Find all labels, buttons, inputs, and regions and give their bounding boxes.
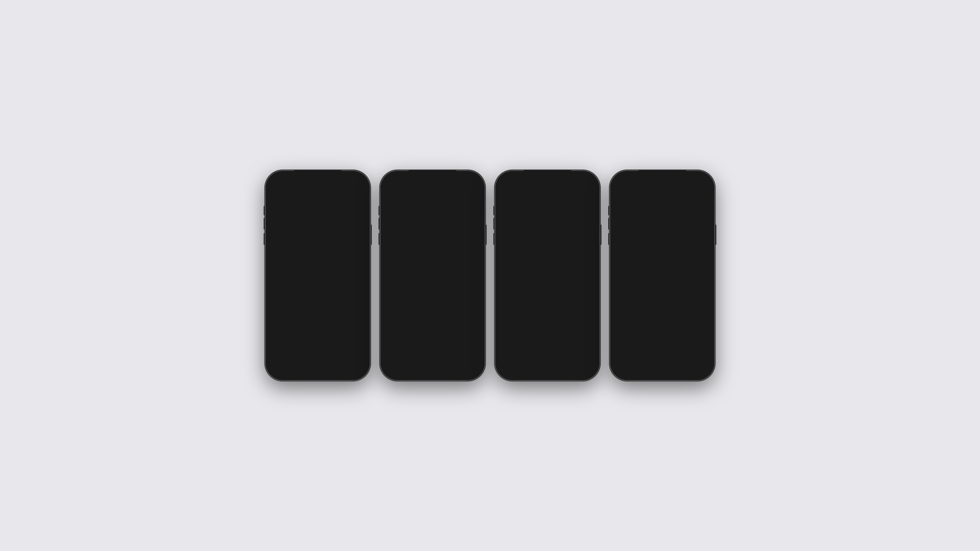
map-label-3f: E Lower Wacker Dr: [495, 238, 519, 241]
map-label-3c: ⊕ Apple Michigan Avenue: [522, 267, 553, 270]
bottom-nav-3: 🔍 Explore 🚗 Driving 🚇 Transit: [495, 354, 600, 381]
food-card-best[interactable]: Best lunches Howells & Hood, Yolk Street…: [384, 274, 431, 316]
alert-icon-1: !: [273, 189, 281, 197]
status-time-4: 1:29: [619, 178, 628, 183]
nav-icon-1[interactable]: [355, 190, 362, 197]
nav-explore-3[interactable]: 🔍 Explore: [502, 360, 523, 372]
location-btn-4[interactable]: ◎: [698, 277, 711, 289]
transit-icon-3: 🚇: [579, 360, 586, 367]
search-input-4[interactable]: Search here: [628, 191, 689, 196]
layer-btn-3[interactable]: ⧉: [584, 203, 596, 216]
add-work-row[interactable]: 💼 Add work +: [609, 324, 715, 345]
quick-link-atms[interactable]: 💳 ATMs: [424, 345, 450, 354]
category-dinner[interactable]: 🍽️ Dinner: [438, 322, 453, 342]
nav-driving-4[interactable]: 🚗 Driving: [652, 360, 673, 372]
status-bar-4: 1:29 ●●● WiFi ▰▰▰: [609, 170, 715, 185]
alert-icon-4: !: [618, 189, 625, 197]
mic-icon-2[interactable]: 🎤: [461, 190, 468, 197]
dinner-icon: 🍽️: [441, 325, 450, 333]
add-home-plus[interactable]: +: [705, 310, 710, 317]
nav-transit-1[interactable]: 🚇 Transit: [342, 360, 363, 372]
nav-icon-3[interactable]: [585, 190, 592, 197]
map-label-apple: ⊕ Apple Michigan Avenue: [299, 274, 330, 277]
event-card-1[interactable]: 03 FEB Festival of Films from Iran Sat—T…: [269, 317, 366, 339]
nav-icon-2[interactable]: [470, 190, 477, 197]
status-icons-4: ●●● WiFi ▰▰▰: [681, 179, 705, 183]
map-label-4f: E Lower Wacker Dr: [610, 237, 634, 240]
explore-icon-3: 🔍: [509, 360, 516, 367]
explore-icon-1: 🔍: [279, 360, 286, 367]
explore-icon-2: 🔍: [394, 363, 401, 370]
map-label-3a: E Illinois St: [505, 218, 519, 221]
battery-icon-3: ▰▰▰: [582, 179, 590, 183]
home-icon: 🏠: [615, 308, 626, 319]
map-label-4b: Divvy Station;Cityfront Plaza Dr &...: [630, 228, 656, 234]
dest-dot-3: 📍: [503, 326, 510, 333]
breakfast-icon: 🍳: [389, 325, 397, 333]
status-icons-3: ●●● WiFi ▰▰▰: [566, 179, 590, 183]
driving-icon-2: 🚗: [429, 362, 436, 370]
driving-icon-1: 🚗: [314, 360, 321, 367]
alert-icon-2: !: [388, 189, 396, 197]
wifi-icon: WiFi: [344, 179, 351, 183]
phones-container: E Illinois St Tribune Tower ⊕ Apple Mich…: [251, 157, 729, 394]
bottom-nav-2: 🔍 Explore 🚗 Driving 🚇 Transit: [380, 357, 485, 381]
category-breakfast[interactable]: 🍳 Breakfast: [386, 322, 401, 342]
wifi-icon-3: WiFi: [574, 179, 581, 183]
nav-driving-3[interactable]: 🚗 Driving: [537, 358, 558, 374]
map-label-4c: ⊕ Apple Michigan Avenue: [644, 265, 675, 268]
bottom-nav-1: 🔍 Explore 🚗 Driving 🚇 Transit: [265, 354, 371, 381]
signal-icon: ●●●: [336, 179, 342, 183]
event-thumb-2: [462, 241, 476, 255]
layer-btn-4[interactable]: ⧉: [698, 203, 711, 216]
signal-icon-4: ●●●: [681, 179, 687, 183]
back-icon-3[interactable]: ←: [503, 189, 511, 197]
home-panel-4: 🏠 Add home + 💼 Add work + STATIONS NEARB…: [609, 303, 715, 381]
event-info-1: Festival of Films from Iran Sat—Thu: [295, 324, 347, 333]
driving-icon-3: 🚗: [544, 360, 551, 367]
mic-icon-1[interactable]: 🎤: [347, 190, 353, 197]
add-work-plus[interactable]: +: [705, 330, 710, 338]
search-input-3[interactable]: Search here: [513, 191, 574, 196]
bottom-panel-1: 03 FEB Festival of Films from Iran Sat—T…: [265, 314, 371, 381]
restaurant-icon: 🍴: [388, 346, 394, 352]
food-card-cheap[interactable]: Chea... West...: [434, 274, 482, 316]
lunch-section-2: LUNCH MAGNIFICENT MILE 45°: [380, 262, 485, 274]
nav-driving-1[interactable]: 🚗 Driving: [307, 360, 328, 372]
search-bar-1[interactable]: ! Search here 🎤: [269, 186, 366, 200]
nav-icon-4[interactable]: [700, 190, 707, 197]
mic-icon-4[interactable]: 🎤: [691, 190, 698, 197]
bottom-panel-2: 03 FEB Festival of Films from Iran Sat—T…: [380, 235, 485, 381]
search-bar-2[interactable]: ! Search here 🎤: [384, 186, 481, 200]
search-input-1[interactable]: Search here: [283, 191, 344, 196]
search-bar-3[interactable]: ← Search here 🎤: [499, 186, 596, 200]
search-bar-4[interactable]: ! Search here 🎤: [614, 186, 711, 200]
status-icons-2: ●●● WiFi ▰▰▰: [451, 179, 476, 183]
category-drinks[interactable]: 🍹 Drinks: [465, 322, 479, 342]
quick-link-restaurants[interactable]: 🍴 Restaurants: [384, 345, 420, 354]
nav-driving-2[interactable]: 🚗 Driving: [422, 362, 443, 375]
nav-explore-4[interactable]: 🔍 Explore: [617, 360, 638, 372]
battery-icon-2: ▰▰▰: [468, 179, 476, 183]
add-home-row[interactable]: 🏠 Add home +: [609, 303, 715, 324]
category-coffee[interactable]: ☕ Coffee: [412, 322, 427, 342]
nav-transit-2[interactable]: 🚇 Transit: [457, 362, 478, 375]
event-date-1: 03 FEB: [275, 323, 290, 333]
nav-transit-3[interactable]: 🚇 Transit: [572, 360, 593, 372]
quick-links-2: 🍴 Restaurants 💳 ATMs: [380, 345, 485, 357]
transit-icon-2: 🚇: [464, 362, 471, 370]
atm-icon: 💳: [428, 346, 434, 352]
bottom-nav-4: 🔍 Explore 🚗 Driving 🚇 Transit: [609, 354, 715, 381]
phone-2-screen: E Illinois St 1:29 ●●● WiFi ▰▰▰ ! Search…: [380, 170, 485, 381]
phone-1-screen: E Illinois St Tribune Tower ⊕ Apple Mich…: [265, 170, 371, 381]
event-card-2[interactable]: 03 FEB Festival of Films from Iran Sat—T…: [384, 237, 481, 259]
phone-4-screen: E Illinois St Divvy Station;Cityfront Pl…: [609, 170, 715, 381]
search-input-2[interactable]: Search here: [398, 191, 459, 196]
nav-explore-1[interactable]: 🔍 Explore: [272, 358, 293, 374]
nav-explore-2[interactable]: 🔍 Explore: [387, 360, 408, 377]
map-label-3b: Tribune Tower: [515, 228, 532, 231]
layer-btn-1[interactable]: ⧉: [354, 203, 366, 216]
map-label-illinois: E Illinois St: [275, 216, 289, 219]
mic-icon-3[interactable]: 🎤: [576, 190, 583, 197]
nav-transit-4[interactable]: 🚇 Transit: [687, 358, 708, 374]
